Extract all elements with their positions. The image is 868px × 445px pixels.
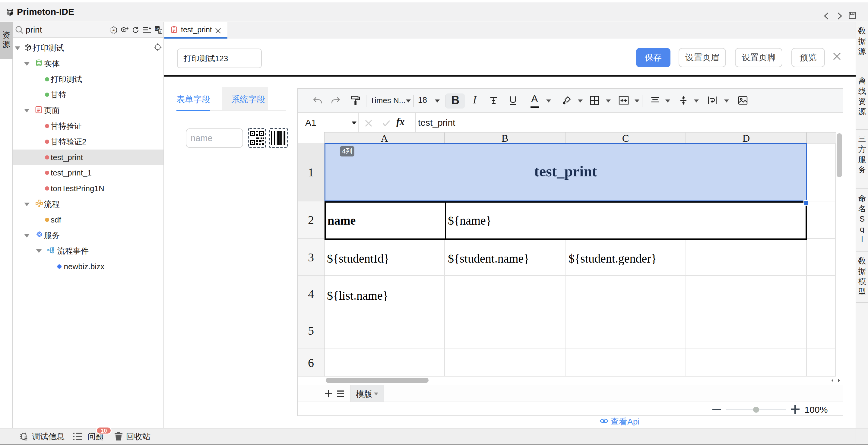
svg-text:AI: AI bbox=[112, 29, 115, 32]
svg-text:文: 文 bbox=[159, 30, 162, 33]
